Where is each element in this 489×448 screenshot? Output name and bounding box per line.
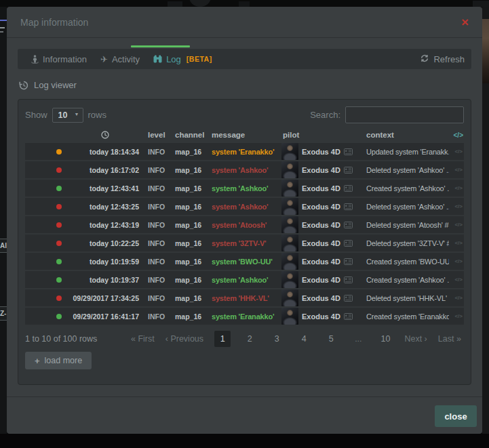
- row-code-icon: </>: [449, 295, 465, 301]
- log-channel: map_16: [173, 239, 208, 247]
- log-level: INFO: [144, 276, 173, 284]
- tab-activity[interactable]: ✈ Activity: [94, 49, 146, 69]
- pagination-page-10[interactable]: 10: [377, 331, 393, 347]
- log-channel: map_16: [173, 276, 208, 284]
- log-time: today 16:17:02: [66, 166, 144, 174]
- row-code-icon: </>: [449, 185, 465, 191]
- table-row[interactable]: today 10:19:59INFOmap_16system 'BWO-UU'E…: [25, 253, 464, 270]
- pagination-first[interactable]: « First: [131, 334, 155, 344]
- table-body: today 18:14:34INFOmap_16system 'Eranakko…: [25, 143, 464, 325]
- table-controls: Show 10 rows Search:: [25, 106, 464, 123]
- page-size-select-wrap: 10: [52, 108, 83, 123]
- log-level: INFO: [144, 221, 173, 229]
- log-channel: map_16: [173, 203, 208, 211]
- footer-divider: [7, 396, 482, 397]
- search-input[interactable]: [345, 106, 464, 123]
- search-box: Search:: [310, 106, 464, 123]
- pilot-name: Exodus 4D: [302, 276, 340, 284]
- tab-label: Log: [166, 54, 181, 64]
- pilot-avatar: [281, 235, 298, 251]
- pagination-page-2[interactable]: 2: [241, 331, 258, 347]
- pilot-avatar: [281, 143, 298, 160]
- status-dot: [56, 222, 62, 228]
- table-row[interactable]: 09/29/2017 16:41:17INFOmap_16system 'Era…: [25, 308, 464, 325]
- pilot-avatar: [281, 253, 298, 270]
- refresh-label: Refresh: [433, 54, 465, 64]
- pilot-avatar: [281, 271, 298, 288]
- log-time: today 10:22:25: [66, 239, 144, 247]
- pilot-card-icon: [344, 148, 353, 155]
- tab-log[interactable]: Log [BETA]: [146, 49, 219, 69]
- pagination-previous[interactable]: ‹ Previous: [165, 334, 203, 344]
- pagination-items: « First ‹ Previous 12345...10 Next › Las…: [128, 331, 464, 347]
- beta-badge: [BETA]: [187, 55, 212, 63]
- clock-icon: [66, 131, 144, 139]
- table-row[interactable]: today 16:17:02INFOmap_16system 'Ashkoo'E…: [25, 161, 464, 178]
- column-header-pilot[interactable]: pilot: [281, 131, 363, 139]
- pagination-next[interactable]: Next ›: [404, 334, 427, 344]
- code-icon: </>: [449, 131, 465, 139]
- pilot-avatar: [281, 161, 298, 178]
- table-row[interactable]: today 12:43:19INFOmap_16system 'Atoosh'E…: [25, 216, 464, 233]
- log-context: Created system 'Ashkoo' ...: [363, 276, 449, 284]
- status-dot: [56, 259, 62, 264]
- column-header-message[interactable]: message: [208, 131, 281, 139]
- load-more-button[interactable]: + load more: [25, 352, 92, 369]
- screen: Ali Z- Map information × Information ✈ A…: [0, 0, 489, 448]
- backdrop-box: [239, 1, 250, 7]
- load-more-label: load more: [45, 356, 83, 365]
- backdrop-map-line: [0, 27, 5, 28]
- refresh-button[interactable]: Refresh: [420, 54, 465, 64]
- pilot-card-icon: [344, 277, 353, 283]
- backdrop-top-strip: [0, 0, 489, 7]
- table-header-row: level channel message pilot context </>: [25, 129, 464, 141]
- column-header-channel[interactable]: channel: [173, 131, 208, 139]
- page-size-select[interactable]: 10: [52, 108, 83, 123]
- row-code-icon: </>: [449, 240, 465, 246]
- pilot-name: Exodus 4D: [302, 312, 340, 321]
- log-level: INFO: [144, 148, 173, 156]
- backdrop-map-line: [0, 20, 7, 21]
- pilot-card-icon: [344, 167, 353, 174]
- table-row[interactable]: today 12:43:41INFOmap_16system 'Ashkoo'E…: [25, 180, 464, 197]
- active-tab-indicator: [131, 45, 190, 47]
- tab-information[interactable]: Information: [24, 49, 94, 69]
- log-channel: map_16: [173, 221, 208, 229]
- backdrop-map-line: [0, 31, 3, 33]
- pagination-last[interactable]: Last »: [438, 334, 461, 344]
- log-viewer-title: Log viewer: [34, 80, 77, 90]
- pilot-card-icon: [344, 258, 353, 265]
- refresh-icon: [420, 54, 429, 64]
- table-row[interactable]: 09/29/2017 17:34:25INFOmap_16system 'HHK…: [25, 289, 464, 306]
- pagination-page-5[interactable]: 5: [323, 331, 339, 347]
- table-row[interactable]: today 10:22:25INFOmap_16system '3ZTV-V'E…: [25, 235, 464, 251]
- pagination-page-3[interactable]: 3: [269, 331, 285, 347]
- log-context: Deleted system 'Ashkoo' ...: [363, 166, 449, 174]
- log-viewer-heading: Log viewer: [19, 80, 77, 90]
- log-time: today 12:43:25: [66, 203, 144, 211]
- table-row[interactable]: today 10:19:37INFOmap_16system 'Ashkoo'E…: [25, 271, 464, 288]
- backdrop-left-strip: Ali Z-: [0, 7, 7, 434]
- dialog-close-x-icon[interactable]: ×: [461, 16, 469, 28]
- log-context: Deleted system 'Ashkoo' ...: [363, 203, 449, 211]
- pagination-page-1[interactable]: 1: [214, 331, 231, 347]
- column-header-level[interactable]: level: [144, 131, 173, 139]
- log-time: today 10:19:37: [66, 276, 144, 284]
- log-context: Created system 'Eranakko...: [363, 312, 449, 321]
- pilot-avatar: [281, 289, 298, 306]
- column-header-context[interactable]: context: [363, 131, 449, 139]
- pagination: 1 to 10 of 100 rows « First ‹ Previous 1…: [25, 330, 464, 348]
- pilot-avatar: [281, 180, 298, 197]
- pilot-name: Exodus 4D: [302, 184, 340, 192]
- log-level: INFO: [144, 184, 173, 192]
- pilot-avatar: [281, 308, 298, 325]
- pagination-page-4[interactable]: 4: [296, 331, 312, 347]
- log-message: system '3ZTV-V': [208, 239, 281, 247]
- status-dot: [56, 186, 62, 191]
- close-button[interactable]: close: [435, 405, 477, 427]
- table-row[interactable]: today 18:14:34INFOmap_16system 'Eranakko…: [25, 143, 464, 160]
- plane-icon: ✈: [100, 55, 108, 64]
- table-row[interactable]: today 12:43:25INFOmap_16system 'Ashkoo'E…: [25, 198, 464, 215]
- status-dot: [56, 149, 62, 155]
- log-message: system 'Eranakko': [208, 148, 281, 156]
